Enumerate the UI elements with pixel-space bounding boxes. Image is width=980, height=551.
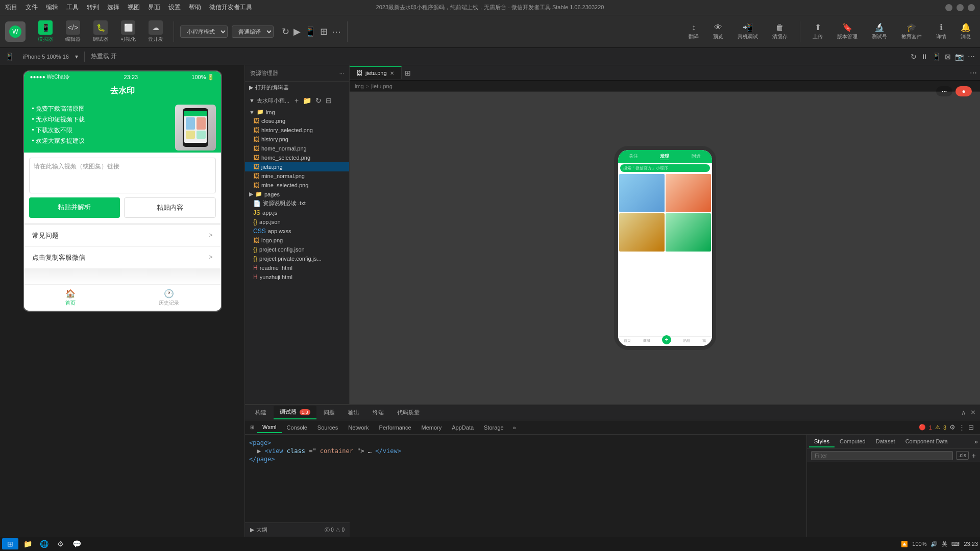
real-debug-btn[interactable]: 📲 真机调试 <box>733 20 762 42</box>
menu-interface[interactable]: 界面 <box>148 3 160 12</box>
start-button[interactable]: ⊞ <box>2 538 18 549</box>
menu-view[interactable]: 视图 <box>128 3 140 12</box>
menu-edit[interactable]: 编辑 <box>46 3 58 12</box>
file-readme-txt[interactable]: 📄 资源说明必读 .txt <box>245 198 349 208</box>
panel-toggle-icon[interactable]: ⋯ <box>967 66 980 80</box>
devtools-tab-network[interactable]: Network <box>343 422 374 433</box>
file-mine-normal-png[interactable]: 🖼 mine_normal.png <box>245 171 349 181</box>
devtools-tab-console[interactable]: Console <box>282 422 312 433</box>
menu-help[interactable]: 帮助 <box>189 3 201 12</box>
simulator-tool[interactable]: 📱 模拟器 <box>34 18 57 45</box>
paste-content-button[interactable]: 粘贴内容 <box>124 197 216 218</box>
file-mine-selected-png[interactable]: 🖼 mine_selected.png <box>245 181 349 190</box>
img-folder[interactable]: ▼ 📁 img <box>245 108 349 116</box>
nav-history[interactable]: 🕐 历史记录 <box>159 289 179 307</box>
devtools-tab-code-quality[interactable]: 代码质量 <box>391 406 426 419</box>
refresh-tree-icon[interactable]: ↻ <box>314 95 323 106</box>
message-btn[interactable]: 🔔 消息 <box>957 20 975 42</box>
styles-tab-dataset[interactable]: Dataset <box>871 436 900 447</box>
phone-model-dropdown[interactable]: ▾ <box>75 53 78 60</box>
menu-select[interactable]: 选择 <box>107 3 119 12</box>
pause-icon[interactable]: ⏸ <box>921 53 928 61</box>
menu-goto[interactable]: 转到 <box>87 3 99 12</box>
taskbar-ime-icon[interactable]: 英 <box>942 540 947 548</box>
devtools-collapse-icon[interactable]: ∧ <box>961 409 966 416</box>
dom-line-2[interactable]: ▶ <view class =" container "> … </view> <box>249 447 802 455</box>
mode-select[interactable]: 小程序模式 <box>180 26 228 38</box>
file-close-png[interactable]: 🖼 close.png <box>245 116 349 126</box>
preview-nav-plus[interactable]: + <box>662 335 671 344</box>
split-view-icon[interactable]: ⊞ <box>402 66 414 80</box>
refresh-icon[interactable]: ↻ <box>282 26 289 37</box>
device-icon[interactable]: 📱 <box>932 53 941 61</box>
pages-folder[interactable]: ▶ 📁 pages <box>245 190 349 198</box>
faq-list-item[interactable]: 常见问题 > <box>24 225 221 247</box>
dots-icon[interactable]: ⋯ <box>332 26 341 37</box>
file-app-json[interactable]: {} app.json <box>245 217 349 227</box>
styles-tab-styles[interactable]: Styles <box>809 436 835 447</box>
tab-close-button[interactable]: ✕ <box>390 70 394 76</box>
file-logo-png[interactable]: 🖼 logo.png <box>245 236 349 245</box>
upload-btn[interactable]: ⬆ 上传 <box>808 20 827 42</box>
devtools-tab-memory[interactable]: Memory <box>416 422 447 433</box>
new-folder-icon[interactable]: 📁 <box>302 95 312 106</box>
taskbar-settings[interactable]: ⚙ <box>53 538 67 549</box>
nav-home[interactable]: 🏠 首页 <box>65 289 76 307</box>
screenshot-icon[interactable]: 📷 <box>955 53 964 61</box>
file-app-js[interactable]: JS app.js <box>245 208 349 217</box>
devtools-tab-storage[interactable]: Storage <box>479 422 509 433</box>
taskbar-file-explorer[interactable]: 📁 <box>20 538 35 549</box>
new-file-icon[interactable]: + <box>293 95 300 106</box>
play-icon[interactable]: ▶ <box>293 26 301 37</box>
styles-filter-input[interactable] <box>811 451 953 460</box>
devtools-tab-sources[interactable]: Sources <box>312 422 343 433</box>
file-yunzhuji-html[interactable]: H yunzhuji.html <box>245 272 349 282</box>
editor-tool[interactable]: </> 编辑器 <box>61 18 85 45</box>
devtools-inspect-icon[interactable]: ⊞ <box>247 422 257 432</box>
crop-icon[interactable]: ⊠ <box>945 53 951 61</box>
devtools-tab-build[interactable]: 构建 <box>249 406 273 419</box>
devtools-tab-wxml[interactable]: Wxml <box>257 422 282 433</box>
phone-icon[interactable]: 📱 <box>305 26 316 37</box>
styles-tab-computed[interactable]: Computed <box>835 436 871 447</box>
file-history-png[interactable]: 🖼 history.png <box>245 135 349 144</box>
devtools-close-icon[interactable]: ✕ <box>970 409 976 416</box>
compile-select[interactable]: 普通编译 <box>232 26 274 38</box>
devtools-settings-icon[interactable]: ⚙ <box>949 423 955 431</box>
clear-cache-btn[interactable]: 🗑 清缓存 <box>768 21 792 42</box>
menu-project[interactable]: 项目 <box>5 3 17 12</box>
opened-editor-section[interactable]: ▶ 打开的编辑器 <box>245 82 349 93</box>
devtools-tab-more[interactable]: » <box>509 422 520 433</box>
devtools-tab-performance[interactable]: Performance <box>374 422 416 433</box>
taskbar-wechat[interactable]: 💬 <box>69 538 84 549</box>
devtools-tab-issues[interactable]: 问题 <box>317 406 341 419</box>
refresh-small-icon[interactable]: ↻ <box>911 53 917 61</box>
layout-icon[interactable]: ⊞ <box>320 26 328 37</box>
devtools-tab-output[interactable]: 输出 <box>342 406 365 419</box>
preview-btn[interactable]: 👁 预览 <box>709 21 727 42</box>
styles-more-icon[interactable]: » <box>974 438 978 445</box>
project-section-header[interactable]: ▼ 去水印小程... + 📁 ↻ ⊟ <box>245 93 349 108</box>
file-home-normal-png[interactable]: 🖼 home_normal.png <box>245 144 349 153</box>
file-readme-html[interactable]: H readme .html <box>245 263 349 272</box>
version-btn[interactable]: 🔖 版本管理 <box>833 20 862 42</box>
close-button[interactable] <box>968 4 975 11</box>
menu-settings[interactable]: 设置 <box>168 3 181 12</box>
paste-parse-button[interactable]: 粘贴并解析 <box>29 197 120 218</box>
outline-section[interactable]: ▶ 大纲 ⓪ 0 △ 0 <box>245 522 350 537</box>
translate-btn[interactable]: ↕ 翻译 <box>684 21 703 42</box>
copy-wechat-list-item[interactable]: 点击复制客服微信 > <box>24 247 221 269</box>
add-style-icon[interactable]: + <box>972 452 976 460</box>
file-home-selected-png[interactable]: 🖼 home_selected.png <box>245 153 349 162</box>
devtools-tab-debugger[interactable]: 调试器 1.3 <box>274 406 316 419</box>
cls-button[interactable]: .cls <box>956 451 969 460</box>
maximize-button[interactable] <box>957 4 964 11</box>
file-app-wxss[interactable]: CSS app.wxss <box>245 227 349 236</box>
file-jietu-png[interactable]: 🖼 jietu.png <box>245 162 349 171</box>
file-project-config-json[interactable]: {} project.config.json <box>245 245 349 254</box>
file-project-private-config[interactable]: {} project.private.config.js... <box>245 254 349 263</box>
menu-file[interactable]: 文件 <box>26 3 38 12</box>
debugger-tool[interactable]: 🐛 调试器 <box>89 18 112 45</box>
devtools-more-icon[interactable]: ⋮ <box>959 423 965 431</box>
edu-btn[interactable]: 🎓 教育套件 <box>897 20 926 42</box>
